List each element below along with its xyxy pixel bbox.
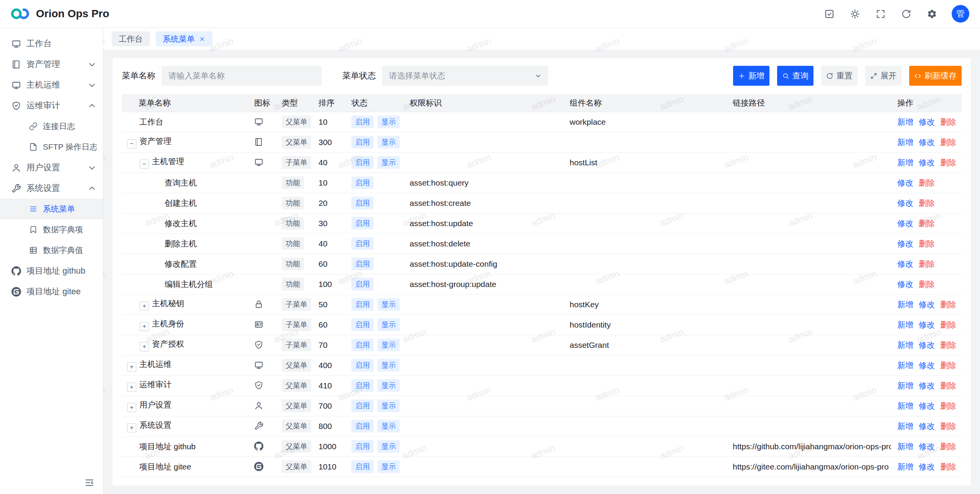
refresh-icon[interactable] (901, 9, 911, 19)
sidebar-item[interactable]: 工作台 (0, 33, 103, 54)
status-tag: 启用 (351, 440, 374, 453)
collapse-row-button[interactable]: − (127, 139, 136, 148)
row-add-link[interactable]: 新增 (897, 462, 913, 471)
app-logo[interactable]: Orion Ops Pro (10, 7, 109, 20)
row-edit-link[interactable]: 修改 (919, 320, 935, 329)
row-delete-link[interactable]: 删除 (940, 117, 956, 126)
row-edit-link[interactable]: 修改 (897, 239, 913, 248)
row-delete-link[interactable]: 删除 (940, 361, 956, 370)
row-delete-link[interactable]: 删除 (940, 138, 956, 147)
row-edit-link[interactable]: 修改 (919, 401, 935, 410)
settings-icon[interactable] (927, 9, 937, 19)
row-delete-link[interactable]: 删除 (919, 219, 935, 228)
sidebar-item[interactable]: 运维审计 (0, 95, 103, 116)
monitor-icon (11, 80, 21, 90)
expand-button[interactable]: 展开 (865, 66, 902, 86)
row-add-link[interactable]: 新增 (897, 341, 913, 349)
sidebar-item[interactable]: 数据字典项 (0, 219, 103, 240)
row-edit-link[interactable]: 修改 (919, 361, 935, 370)
menu-name-cell: 编辑主机分组 (122, 274, 248, 294)
collapse-row-button[interactable]: − (140, 160, 149, 169)
row-delete-link[interactable]: 删除 (919, 280, 935, 289)
row-delete-link[interactable]: 删除 (940, 300, 956, 309)
collapse-sidebar-icon[interactable] (84, 478, 95, 488)
close-icon[interactable] (199, 36, 206, 42)
row-delete-link[interactable]: 删除 (940, 381, 956, 390)
row-add-link[interactable]: 新增 (897, 381, 913, 390)
sidebar-item[interactable]: 主机运维 (0, 75, 103, 95)
row-add-link[interactable]: 新增 (897, 422, 913, 430)
tab-system-menu[interactable]: 系统菜单 (156, 31, 212, 46)
theme-icon[interactable] (850, 9, 860, 19)
expand-row-button[interactable]: + (140, 322, 149, 331)
row-edit-link[interactable]: 修改 (919, 422, 935, 430)
row-delete-link[interactable]: 删除 (919, 178, 935, 187)
menu-name-cell: +运维审计 (122, 375, 248, 396)
row-delete-link[interactable]: 删除 (940, 320, 956, 329)
sidebar-item[interactable]: 项目地址 gitee (0, 281, 103, 302)
row-delete-link[interactable]: 删除 (940, 442, 956, 451)
menu-name-text: 主机运维 (139, 360, 172, 368)
sidebar-item[interactable]: 系统菜单 (0, 199, 103, 219)
row-delete-link[interactable]: 删除 (919, 239, 935, 248)
component-cell (564, 193, 727, 213)
row-delete-link[interactable]: 删除 (940, 422, 956, 430)
row-add-link[interactable]: 新增 (897, 300, 913, 309)
expand-row-button[interactable]: + (140, 342, 149, 351)
sidebar-item[interactable]: 项目地址 github (0, 261, 103, 281)
refresh-cache-button[interactable]: 刷新缓存 (909, 66, 962, 86)
row-delete-link[interactable]: 删除 (940, 401, 956, 410)
row-add-link[interactable]: 新增 (897, 320, 913, 329)
expand-row-button[interactable]: + (140, 302, 149, 311)
expand-row-button[interactable]: + (127, 383, 136, 392)
row-add-link[interactable]: 新增 (897, 138, 913, 147)
row-edit-link[interactable]: 修改 (919, 138, 935, 147)
menu-name-text: 资产管理 (139, 137, 172, 145)
row-edit-link[interactable]: 修改 (897, 259, 913, 268)
row-edit-link[interactable]: 修改 (897, 219, 913, 228)
add-button-label: 新增 (748, 70, 764, 81)
sidebar-item[interactable]: SFTP 操作日志 (0, 137, 103, 157)
row-edit-link[interactable]: 修改 (919, 462, 935, 471)
tab-workplace[interactable]: 工作台 (112, 31, 150, 46)
row-delete-link[interactable]: 删除 (940, 341, 956, 349)
add-button[interactable]: 新增 (733, 66, 769, 86)
row-add-link[interactable]: 新增 (897, 442, 913, 451)
sort-cell: 410 (312, 375, 345, 396)
sidebar-item[interactable]: 数据字典值 (0, 240, 103, 261)
row-delete-link[interactable]: 删除 (919, 199, 935, 207)
menu-name-input[interactable] (162, 66, 322, 86)
row-add-link[interactable]: 新增 (897, 361, 913, 370)
expand-row-button[interactable]: + (127, 362, 136, 372)
expand-row-button[interactable]: + (127, 423, 136, 432)
row-edit-link[interactable]: 修改 (919, 158, 935, 167)
row-edit-link[interactable]: 修改 (897, 280, 913, 289)
sidebar-item[interactable]: 用户设置 (0, 157, 103, 178)
reset-button[interactable]: 重置 (821, 66, 858, 86)
row-edit-link[interactable]: 修改 (919, 300, 935, 309)
fullscreen-icon[interactable] (875, 9, 886, 19)
row-add-link[interactable]: 新增 (897, 117, 913, 126)
row-delete-link[interactable]: 删除 (940, 462, 956, 471)
row-delete-link[interactable]: 删除 (919, 259, 935, 268)
row-edit-link[interactable]: 修改 (919, 442, 935, 451)
sidebar-item[interactable]: 系统设置 (0, 178, 103, 199)
menu-type-cell: 功能 (276, 274, 312, 294)
row-add-link[interactable]: 新增 (897, 401, 913, 410)
menu-icon-cell (248, 193, 276, 213)
dashboard-icon[interactable] (824, 9, 835, 19)
row-edit-link[interactable]: 修改 (897, 178, 913, 187)
row-delete-link[interactable]: 删除 (940, 158, 956, 167)
row-add-link[interactable]: 新增 (897, 158, 913, 167)
row-edit-link[interactable]: 修改 (919, 117, 935, 126)
row-edit-link[interactable]: 修改 (919, 341, 935, 349)
expand-row-button[interactable]: + (127, 403, 136, 412)
menu-gitee-icon (254, 462, 263, 471)
row-edit-link[interactable]: 修改 (897, 199, 913, 207)
row-edit-link[interactable]: 修改 (919, 381, 935, 390)
sidebar-item[interactable]: 资产管理 (0, 54, 103, 75)
sidebar-item[interactable]: 连接日志 (0, 116, 103, 137)
menu-status-select[interactable]: 请选择菜单状态 (382, 66, 548, 86)
user-avatar[interactable]: 管 (952, 5, 969, 23)
query-button[interactable]: 查询 (777, 66, 813, 86)
